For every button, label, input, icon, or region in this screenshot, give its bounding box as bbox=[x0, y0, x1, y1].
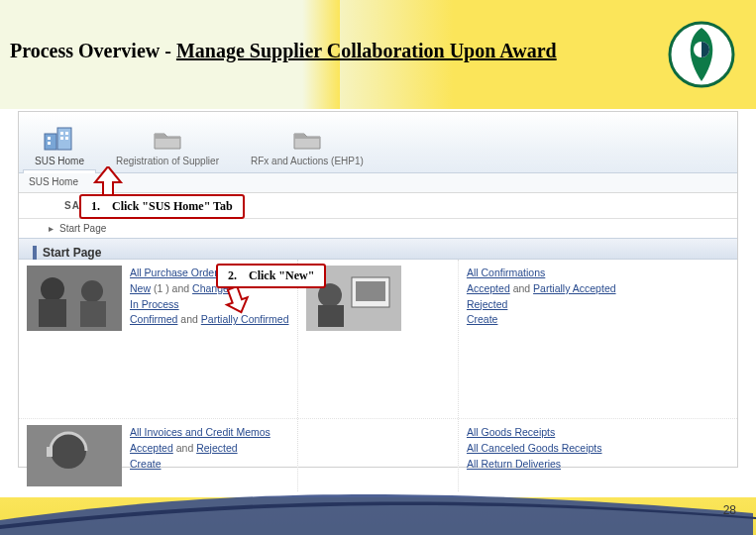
folder-icon bbox=[151, 124, 184, 154]
link-partially-confirmed[interactable]: Partially Confirmed bbox=[201, 313, 289, 325]
svg-rect-8 bbox=[60, 137, 63, 140]
title-underlined: Manage Supplier Collaboration Upon Award bbox=[176, 40, 557, 61]
link-rejected[interactable]: Rejected bbox=[467, 298, 507, 310]
text-and: and bbox=[513, 282, 531, 294]
link-accepted[interactable]: Accepted bbox=[467, 282, 510, 294]
folder-icon bbox=[290, 124, 324, 154]
callout-2-num: 2. bbox=[228, 268, 237, 283]
page-number: 28 bbox=[723, 503, 736, 517]
svg-point-11 bbox=[41, 277, 64, 301]
buildings-icon bbox=[43, 124, 76, 154]
link-partially-accepted[interactable]: Partially Accepted bbox=[533, 282, 615, 294]
page-title: Process Overview - Manage Supplier Colla… bbox=[10, 40, 557, 62]
svg-rect-3 bbox=[57, 128, 71, 150]
thumb-headset bbox=[27, 425, 122, 486]
start-page-heading: Start Page bbox=[33, 246, 101, 260]
thumb-people bbox=[27, 266, 122, 331]
link-inv-rejected[interactable]: Rejected bbox=[196, 442, 237, 454]
text-and: and bbox=[180, 313, 198, 325]
app-panel: SUS Home Registration of Supplier RFx an… bbox=[18, 111, 738, 468]
cell-gr: All Goods Receipts All Canceled Goods Re… bbox=[459, 419, 737, 491]
start-page-band: Start Page bbox=[19, 238, 737, 260]
triangle-icon: ▸ bbox=[49, 223, 54, 234]
link-inv-create[interactable]: Create bbox=[130, 458, 162, 470]
link-all-gr[interactable]: All Goods Receipts bbox=[467, 426, 555, 438]
svg-rect-9 bbox=[65, 137, 68, 140]
breadcrumb: SUS Home bbox=[19, 173, 737, 193]
link-inv-accepted[interactable]: Accepted bbox=[130, 442, 173, 454]
svg-point-13 bbox=[81, 280, 103, 302]
callout-2: 2. Click "New" bbox=[216, 264, 326, 288]
svg-rect-6 bbox=[60, 132, 63, 135]
slide: Process Overview - Manage Supplier Colla… bbox=[0, 0, 756, 535]
count-new: (1 ) bbox=[154, 282, 169, 294]
breadcrumb-text: SUS Home bbox=[29, 176, 78, 187]
svg-rect-4 bbox=[48, 137, 51, 140]
callout-1-num: 1. bbox=[91, 199, 100, 214]
text-and: and bbox=[172, 282, 190, 294]
callout-1-text: Click "SUS Home" Tab bbox=[112, 199, 233, 214]
cell-mid2 bbox=[298, 419, 459, 491]
link-confirmed[interactable]: Confirmed bbox=[130, 313, 177, 325]
tab-label: RFx and Auctions (EHP1) bbox=[251, 156, 364, 166]
svg-rect-12 bbox=[39, 299, 66, 327]
tab-label: Registration of Supplier bbox=[116, 156, 219, 166]
petronas-logo bbox=[667, 20, 736, 89]
start-line-text: Start Page bbox=[59, 223, 106, 234]
svg-rect-5 bbox=[48, 142, 51, 145]
link-in-process[interactable]: In Process bbox=[130, 298, 179, 310]
link-new[interactable]: New bbox=[130, 282, 151, 294]
tab-label: SUS Home bbox=[35, 156, 84, 166]
text-and: and bbox=[176, 442, 194, 454]
callout-arrow-2 bbox=[222, 285, 252, 315]
tab-sus-home[interactable]: SUS Home bbox=[19, 120, 100, 172]
svg-rect-17 bbox=[356, 281, 385, 301]
links-gr: All Goods Receipts All Canceled Goods Re… bbox=[467, 425, 602, 485]
tab-rfx[interactable]: RFx and Auctions (EHP1) bbox=[235, 120, 379, 172]
tab-registration[interactable]: Registration of Supplier bbox=[100, 120, 235, 172]
links-conf: All Confirmations Accepted and Partially… bbox=[467, 266, 616, 412]
tab-bar: SUS Home Registration of Supplier RFx an… bbox=[19, 112, 737, 173]
content-row-2: All Invoices and Credit Memos Accepted a… bbox=[19, 418, 737, 491]
link-create[interactable]: Create bbox=[467, 313, 498, 325]
link-all-inv[interactable]: All Invoices and Credit Memos bbox=[130, 426, 270, 438]
links-inv: All Invoices and Credit Memos Accepted a… bbox=[130, 425, 270, 485]
link-canceled-gr[interactable]: All Canceled Goods Receipts bbox=[467, 442, 602, 454]
svg-rect-22 bbox=[47, 447, 53, 457]
callout-2-text: Click "New" bbox=[249, 268, 314, 283]
svg-rect-7 bbox=[65, 132, 68, 135]
svg-rect-14 bbox=[80, 301, 106, 327]
svg-rect-19 bbox=[318, 305, 344, 327]
link-return-deliveries[interactable]: All Return Deliveries bbox=[467, 458, 561, 470]
callout-1: 1. Click "SUS Home" Tab bbox=[79, 194, 245, 219]
link-all-po[interactable]: All Purchase Orders bbox=[130, 267, 223, 278]
content-row-1: All Purchase Orders New (1 ) and Changed… bbox=[19, 260, 737, 418]
cell-inv: All Invoices and Credit Memos Accepted a… bbox=[19, 419, 298, 491]
title-prefix: Process Overview - bbox=[10, 40, 176, 61]
start-line: ▸ Start Page bbox=[19, 219, 737, 238]
link-all-conf[interactable]: All Confirmations bbox=[467, 267, 545, 278]
cell-conf: All Confirmations Accepted and Partially… bbox=[459, 260, 737, 418]
